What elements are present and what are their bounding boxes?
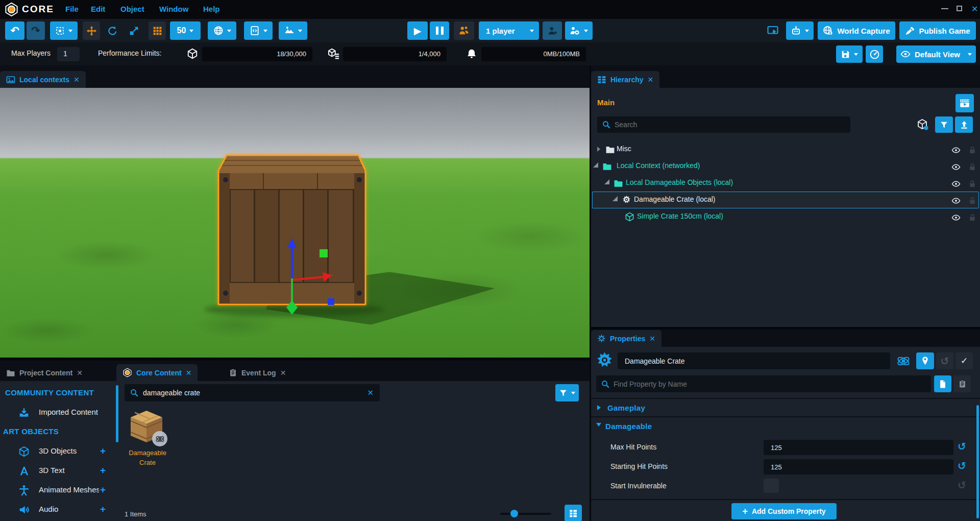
section-gameplay[interactable]: Gameplay xyxy=(591,399,980,416)
menu-help[interactable]: Help xyxy=(203,5,220,13)
sidebar-item-audio[interactable]: Audio + xyxy=(0,501,118,519)
revert-button[interactable]: ↺ xyxy=(936,352,953,369)
starting-hit-points-input[interactable] xyxy=(770,459,943,475)
close-icon[interactable]: ✕ xyxy=(186,369,192,377)
undo-button[interactable]: ↶ xyxy=(5,21,24,40)
lock-icon[interactable] xyxy=(968,145,976,154)
tree-row-damageable-crate[interactable]: Damageable Crate (local) xyxy=(592,192,979,208)
redo-button[interactable]: ↷ xyxy=(27,21,45,40)
find-property-input[interactable] xyxy=(612,375,924,392)
tab-hierarchy[interactable]: Hierarchy ✕ xyxy=(591,71,659,88)
add-icon[interactable]: + xyxy=(100,445,106,457)
script-dropdown[interactable] xyxy=(244,21,273,40)
player-count-dropdown[interactable]: 1 player xyxy=(479,21,539,40)
publish-game-button[interactable]: Publish Game xyxy=(899,21,976,40)
lock-icon[interactable] xyxy=(968,162,976,171)
tab-event-log[interactable]: Event Log ✕ xyxy=(223,364,292,381)
find-property-box[interactable] xyxy=(596,375,931,392)
expander-expanded-icon[interactable] xyxy=(612,196,618,201)
bot-dropdown[interactable] xyxy=(786,21,814,40)
hierarchy-export-button[interactable] xyxy=(955,116,973,133)
grid-snap-button[interactable] xyxy=(149,21,166,40)
visibility-eye-icon[interactable] xyxy=(951,179,961,188)
max-hit-points-input[interactable] xyxy=(770,440,943,455)
window-minimize-icon[interactable] xyxy=(941,8,948,9)
screen-share-button[interactable] xyxy=(764,21,782,40)
menu-file[interactable]: File xyxy=(65,5,79,13)
reset-property-icon[interactable]: ↺ xyxy=(958,460,966,472)
network-cube-icon[interactable] xyxy=(917,119,929,131)
sidebar-item-imported-content[interactable]: Imported Content xyxy=(0,404,118,422)
sidebar-item-3d-text[interactable]: 3D Text + xyxy=(0,462,118,480)
close-icon[interactable]: ✕ xyxy=(77,369,83,377)
tree-row-local-damageable-objects[interactable]: Local Damageable Objects (local) xyxy=(592,175,979,192)
scene-capture-button[interactable] xyxy=(955,94,974,112)
thumbnail-size-slider[interactable] xyxy=(500,513,551,515)
select-mode-button[interactable] xyxy=(50,21,78,40)
viewport-3d[interactable] xyxy=(0,88,590,358)
sidebar-item-animated-meshes[interactable]: Animated Meshes + xyxy=(0,481,118,500)
window-close-icon[interactable]: ✕ xyxy=(971,4,978,14)
find-references-button[interactable] xyxy=(916,352,934,369)
visibility-eye-icon[interactable] xyxy=(951,145,961,155)
menu-edit[interactable]: Edit xyxy=(91,5,105,13)
content-search-box[interactable]: ✕ xyxy=(125,384,380,401)
add-icon[interactable]: + xyxy=(100,504,106,515)
scale-tool-button[interactable] xyxy=(125,21,142,40)
tab-properties[interactable]: Properties ✕ xyxy=(591,330,662,347)
expander-collapsed-icon[interactable] xyxy=(597,147,603,152)
thumbnail-size-slider-thumb[interactable] xyxy=(510,510,518,517)
asset-damageable-crate[interactable]: Damageable Crate xyxy=(126,406,169,492)
hierarchy-filter-button[interactable] xyxy=(935,116,953,133)
lock-icon[interactable] xyxy=(968,212,976,222)
tree-row-local-context[interactable]: Local Context (networked) xyxy=(592,158,979,175)
start-invulnerable-checkbox[interactable] xyxy=(764,479,779,493)
tab-local-contexts[interactable]: Local contexts ✕ xyxy=(0,71,86,88)
lock-icon[interactable] xyxy=(968,179,976,188)
menu-object[interactable]: Object xyxy=(120,5,144,13)
max-players-input[interactable]: 1 xyxy=(57,47,80,61)
transform-gizmo[interactable] xyxy=(255,235,342,332)
expander-expanded-icon[interactable] xyxy=(604,179,609,184)
close-icon[interactable]: ✕ xyxy=(648,76,654,84)
visibility-eye-icon[interactable] xyxy=(951,162,961,172)
default-view-dropdown[interactable]: Default View xyxy=(896,45,976,63)
add-player-button[interactable] xyxy=(543,21,562,40)
sidebar-item-3d-objects[interactable]: 3D Objects + xyxy=(0,442,118,461)
pause-button[interactable] xyxy=(430,21,449,40)
close-icon[interactable]: ✕ xyxy=(280,369,286,377)
object-name-field[interactable] xyxy=(618,352,890,369)
property-value-field[interactable] xyxy=(764,440,953,455)
close-icon[interactable]: ✕ xyxy=(74,76,80,84)
add-custom-property-button[interactable]: + Add Custom Property xyxy=(731,503,837,519)
reset-property-icon[interactable]: ↺ xyxy=(958,440,966,453)
move-tool-button[interactable] xyxy=(83,21,100,40)
apply-button[interactable]: ✓ xyxy=(955,352,973,369)
object-name-input[interactable] xyxy=(624,352,884,369)
section-damageable[interactable]: Damageable xyxy=(591,417,980,435)
menu-window[interactable]: Window xyxy=(159,5,188,13)
rotate-tool-button[interactable] xyxy=(104,21,121,40)
content-search-input[interactable] xyxy=(142,384,361,401)
save-dropdown[interactable] xyxy=(836,45,863,63)
visibility-eye-icon[interactable] xyxy=(951,196,961,205)
performance-gauge-button[interactable] xyxy=(866,45,883,63)
tab-project-content[interactable]: Project Content ✕ xyxy=(0,364,89,381)
networked-orbit-icon[interactable] xyxy=(896,354,911,368)
tree-row-simple-crate[interactable]: Simple Crate 150cm (local) xyxy=(592,208,979,225)
hierarchy-search-input[interactable] xyxy=(614,116,843,133)
paste-properties-button[interactable] xyxy=(953,375,971,392)
terrain-dropdown[interactable] xyxy=(279,21,307,40)
multiplayer-preview-button[interactable] xyxy=(454,21,474,40)
content-filter-button[interactable] xyxy=(555,384,579,401)
expander-expanded-icon[interactable] xyxy=(593,162,598,168)
hierarchy-search-box[interactable] xyxy=(597,116,850,133)
lock-icon[interactable] xyxy=(968,196,976,205)
environment-dropdown[interactable] xyxy=(208,21,236,40)
property-value-field[interactable] xyxy=(764,459,953,475)
visibility-eye-icon[interactable] xyxy=(951,212,961,222)
add-icon[interactable]: + xyxy=(100,484,106,495)
tree-row-misc[interactable]: Misc xyxy=(592,141,979,158)
add-icon[interactable]: + xyxy=(100,465,106,476)
tab-core-content[interactable]: Core Content ✕ xyxy=(116,364,198,381)
